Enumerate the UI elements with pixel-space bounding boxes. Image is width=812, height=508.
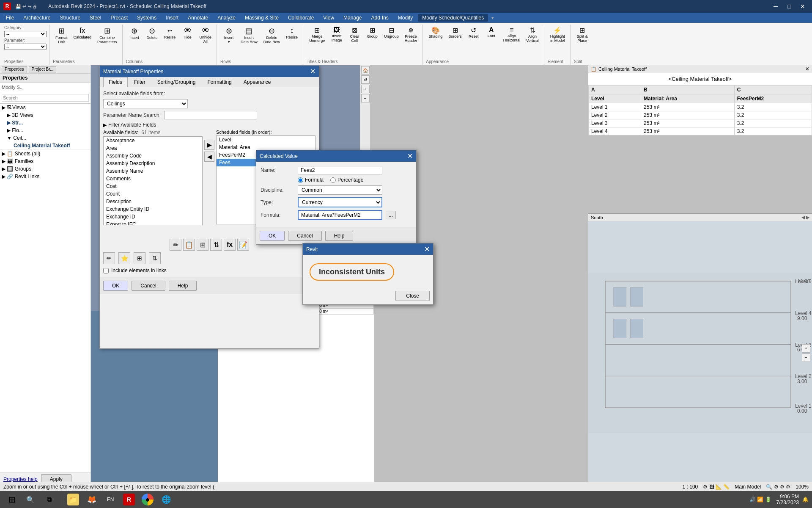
tree-3d[interactable]: ▶ 3D Views — [0, 111, 91, 119]
borders-button[interactable]: ⊞ Borders — [446, 25, 464, 58]
star-btn[interactable]: ⭐ — [118, 252, 130, 264]
delete-row-button[interactable]: ⊖ DeleteData Row — [261, 25, 283, 58]
reset-button[interactable]: ↺ Reset — [465, 25, 482, 58]
menu-massing[interactable]: Massing & Site — [241, 14, 283, 22]
calc-help-btn[interactable]: Help — [325, 231, 354, 241]
formula-dots-btn[interactable]: ... — [386, 211, 396, 219]
insert-image-button[interactable]: 🖼 InsertImage — [328, 25, 345, 58]
menu-view[interactable]: View — [319, 14, 338, 22]
available-list-item[interactable]: Export to IFC — [104, 221, 202, 225]
search-input[interactable] — [2, 94, 89, 102]
pencil-btn[interactable]: ✏ — [103, 252, 115, 264]
clear-cell-button[interactable]: ⊠ ClearCell — [346, 25, 363, 58]
hide-col-button[interactable]: 👁 Hide — [179, 25, 196, 58]
filter-btn[interactable]: ⇅ — [149, 252, 161, 264]
search-taskbar-btn[interactable]: 🔍 — [22, 492, 39, 507]
menu-structure[interactable]: Structure — [55, 14, 85, 22]
split-button[interactable]: ⊞ Split &Place — [574, 25, 591, 44]
menu-collaborate[interactable]: Collaborate — [284, 14, 318, 22]
tree-floors[interactable]: ▶ Flo... — [0, 127, 91, 134]
menu-modify-schedule[interactable]: Modify Schedule/Quantities — [418, 14, 488, 22]
edit-btn[interactable]: ✏ — [170, 239, 181, 251]
window-controls[interactable]: ─ □ ✕ — [770, 2, 809, 11]
available-list-item[interactable]: Area — [104, 144, 202, 152]
available-list-item[interactable]: Assembly Description — [104, 160, 202, 167]
formula-radio[interactable] — [298, 177, 303, 183]
filter-available-row[interactable]: ▶ Filter Available Fields — [103, 122, 315, 128]
close-button[interactable]: ✕ — [797, 2, 809, 11]
tree-revitlinks[interactable]: ▶ 🔗 Revit Links — [0, 173, 91, 180]
add-to-scheduled-btn[interactable]: ▶ — [204, 140, 214, 150]
columns-btn[interactable]: ⊞ — [134, 252, 145, 264]
delete-col-button[interactable]: ⊖ Delete — [144, 25, 161, 58]
font-button[interactable]: A Font — [483, 25, 500, 58]
minimize-button[interactable]: ─ — [770, 2, 782, 11]
revit-task-btn[interactable]: R — [121, 492, 137, 507]
south-zoom-out[interactable]: − — [802, 353, 810, 362]
south-zoom-in[interactable]: + — [802, 344, 810, 353]
menu-addins[interactable]: Add-Ins — [367, 14, 392, 22]
param-search-input[interactable] — [164, 111, 257, 119]
available-list-item[interactable]: Comments — [104, 175, 202, 182]
firefox-btn[interactable]: 🦊 — [83, 492, 100, 507]
alert-close-x[interactable]: ✕ — [424, 245, 430, 253]
view-nav-btn-2[interactable]: ↺ — [361, 75, 370, 84]
menu-architecture[interactable]: Architecture — [19, 14, 55, 22]
percentage-radio-label[interactable]: Percentage — [330, 177, 363, 183]
properties-tab-button[interactable]: Properties — [2, 66, 27, 72]
view-zoom-in[interactable]: + — [361, 85, 370, 93]
taskview-btn[interactable]: ⧉ — [41, 492, 58, 507]
maximize-button[interactable]: □ — [783, 2, 795, 11]
tab-formatting[interactable]: Formatting — [202, 77, 237, 87]
alert-close-btn[interactable]: Close — [395, 291, 430, 301]
takeoff-ok-btn[interactable]: OK — [103, 281, 128, 291]
edge-btn[interactable]: 🌐 — [158, 492, 175, 507]
formula-radio-label[interactable]: Formula — [298, 177, 324, 183]
menu-modify[interactable]: Modify — [394, 14, 417, 22]
available-list-item[interactable]: Description — [104, 198, 202, 205]
align-vert-button[interactable]: ⇅ AlignVertical — [524, 25, 541, 58]
format-unit-button[interactable]: ⊞ FormatUnit — [53, 25, 70, 58]
remove-from-scheduled-btn[interactable]: ◀ — [204, 152, 214, 162]
menu-analyze[interactable]: Analyze — [213, 14, 240, 22]
tree-sheets[interactable]: ▶ 📋 Sheets (all) — [0, 149, 91, 157]
calc-dialog-close[interactable]: ✕ — [407, 152, 413, 160]
merge-button[interactable]: ⊞ MergeUnmerge — [307, 25, 327, 58]
insert-row-button[interactable]: ⊕ Insert▾ — [220, 25, 237, 58]
copy-btn[interactable]: 📋 — [183, 239, 195, 251]
percentage-radio[interactable] — [330, 177, 336, 183]
type-select[interactable]: Currency — [298, 197, 382, 207]
tree-ceil-item[interactable]: Ceiling Material Takeoff — [0, 142, 91, 149]
shading-button[interactable]: 🎨 Shading — [426, 25, 445, 58]
menu-annotate[interactable]: Annotate — [184, 14, 212, 22]
available-list[interactable]: AbsorptanceAreaAssembly CodeAssembly Des… — [103, 136, 203, 225]
tree-groups[interactable]: ▶ 🔲 Groups — [0, 165, 91, 173]
project-browser-tab-button[interactable]: Project Br... — [29, 66, 57, 72]
sort-order-btn[interactable]: ⇅ — [210, 239, 222, 251]
merge-fields-btn[interactable]: ⊞ — [197, 239, 208, 251]
tab-filter[interactable]: Filter — [129, 77, 151, 87]
tab-appearance[interactable]: Appearance — [238, 77, 277, 87]
available-list-item[interactable]: Absorptance — [104, 137, 202, 144]
properties-help-link[interactable]: Properties help — [3, 476, 38, 482]
ungroup-button[interactable]: ⊟ Ungroup — [381, 25, 401, 58]
category-dropdown[interactable]: Ceilings — [103, 99, 188, 108]
menu-systems[interactable]: Systems — [133, 14, 161, 22]
menu-manage[interactable]: Manage — [339, 14, 366, 22]
takeoff-dialog-close[interactable]: ✕ — [310, 67, 315, 75]
view-nav-btn-1[interactable]: 🏠 — [361, 66, 370, 75]
available-list-item[interactable]: Cost — [104, 182, 202, 190]
schedule-close-btn[interactable]: ✕ — [805, 66, 809, 72]
available-list-item[interactable]: Exchange ID — [104, 213, 202, 221]
tree-struct[interactable]: ▶ Str... — [0, 119, 91, 127]
category-select[interactable]: -- — [4, 31, 47, 37]
insert-col-button[interactable]: ⊕ Insert — [126, 25, 143, 58]
menu-steel[interactable]: Steel — [85, 14, 105, 22]
view-zoom-out[interactable]: − — [361, 94, 370, 102]
calculated-button[interactable]: fx Calculated — [71, 25, 94, 58]
available-list-item[interactable]: Exchange Entity ID — [104, 205, 202, 213]
fx-btn[interactable]: fx — [224, 239, 236, 251]
highlight-button[interactable]: ⚡ Highlightin Model — [548, 25, 568, 44]
tab-sorting[interactable]: Sorting/Grouping — [152, 77, 201, 87]
group-button[interactable]: ⊞ Group — [364, 25, 381, 58]
